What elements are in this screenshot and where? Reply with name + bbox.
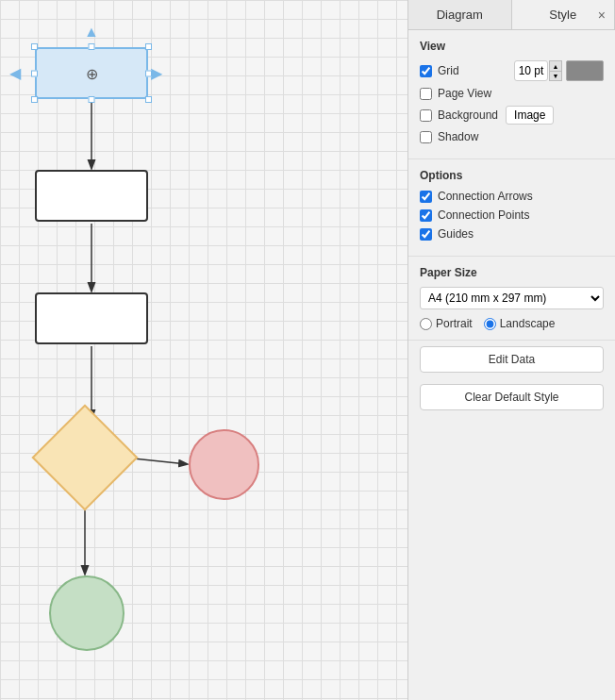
portrait-radio[interactable] <box>420 318 432 330</box>
handle-tl[interactable] <box>31 43 38 50</box>
canvas[interactable]: ▲ ◀ ▶ ⊕ <box>0 0 407 700</box>
grid-spin-down[interactable]: ▼ <box>549 71 562 81</box>
portrait-radio-label[interactable]: Portrait <box>420 317 473 330</box>
tab-diagram[interactable]: Diagram <box>408 0 512 29</box>
guides-row: Guides <box>420 227 604 241</box>
direction-arrow-left[interactable]: ◀ <box>9 47 21 99</box>
page-view-checkbox[interactable] <box>420 88 432 100</box>
connection-points-row: Connection Points <box>420 208 604 222</box>
grid-row: Grid ▲ ▼ <box>420 60 604 81</box>
paper-size-select[interactable]: A4 (210 mm x 297 mm) <box>420 287 604 309</box>
connection-arrows-row: Connection Arrows <box>420 190 604 203</box>
image-button[interactable]: Image <box>506 106 554 125</box>
connection-points-checkbox[interactable] <box>420 209 432 222</box>
handle-tr[interactable] <box>145 43 152 50</box>
handle-br[interactable] <box>145 96 152 103</box>
right-panel: Diagram Style × View Grid ▲ ▼ Page View <box>407 0 615 700</box>
landscape-radio-label[interactable]: Landscape <box>484 317 556 330</box>
handle-tm[interactable] <box>89 43 95 50</box>
direction-arrow-up[interactable]: ▲ <box>35 24 148 41</box>
grid-spin-up[interactable]: ▲ <box>549 60 562 71</box>
options-section-title: Options <box>420 169 604 182</box>
circle-green[interactable] <box>49 575 125 651</box>
panel-close-button[interactable]: × <box>594 6 609 25</box>
diamond-shape[interactable] <box>47 420 123 495</box>
grid-checkbox[interactable] <box>420 65 432 77</box>
handle-ml[interactable] <box>31 70 38 76</box>
rectangle-2[interactable] <box>35 292 148 344</box>
panel-tabs: Diagram Style × <box>408 0 615 30</box>
page-view-label: Page View <box>438 87 491 100</box>
options-section: Options Connection Arrows Connection Poi… <box>408 159 615 257</box>
connection-arrows-checkbox[interactable] <box>420 191 432 203</box>
connection-arrows-label: Connection Arrows <box>438 190 533 203</box>
clear-default-style-button[interactable]: Clear Default Style <box>420 384 604 410</box>
shadow-label: Shadow <box>438 130 478 143</box>
shadow-row: Shadow <box>420 130 604 143</box>
grid-label: Grid <box>438 64 510 77</box>
grid-spin-buttons: ▲ ▼ <box>549 60 562 81</box>
page-view-row: Page View <box>420 87 604 100</box>
paper-size-section: Paper Size A4 (210 mm x 297 mm) Portrait… <box>408 257 615 341</box>
orientation-row: Portrait Landscape <box>420 317 604 330</box>
background-checkbox[interactable] <box>420 109 432 122</box>
connection-points-label: Connection Points <box>438 208 529 222</box>
direction-arrow-right[interactable]: ▶ <box>151 47 162 99</box>
grid-value-box: ▲ ▼ <box>514 60 604 81</box>
paper-size-title: Paper Size <box>420 266 604 279</box>
circle-pink[interactable] <box>189 429 259 500</box>
view-section-title: View <box>420 40 604 53</box>
rectangle-1[interactable] <box>35 170 148 222</box>
selection-handles <box>35 47 148 99</box>
guides-label: Guides <box>438 227 474 241</box>
paper-select-wrap: A4 (210 mm x 297 mm) <box>420 287 604 309</box>
guides-checkbox[interactable] <box>420 228 432 241</box>
background-label: Background <box>438 108 498 122</box>
landscape-radio[interactable] <box>484 318 496 330</box>
portrait-label: Portrait <box>436 317 473 330</box>
grid-color-swatch[interactable] <box>566 60 604 81</box>
grid-value-input[interactable] <box>514 60 548 81</box>
landscape-label: Landscape <box>500 317 556 330</box>
shadow-checkbox[interactable] <box>420 131 432 143</box>
handle-bl[interactable] <box>31 96 38 103</box>
view-section: View Grid ▲ ▼ Page View Background Image <box>408 30 615 159</box>
background-row: Background Image <box>420 106 604 125</box>
handle-mr[interactable] <box>145 70 152 76</box>
edit-data-button[interactable]: Edit Data <box>420 346 604 373</box>
handle-bm[interactable] <box>89 96 95 103</box>
